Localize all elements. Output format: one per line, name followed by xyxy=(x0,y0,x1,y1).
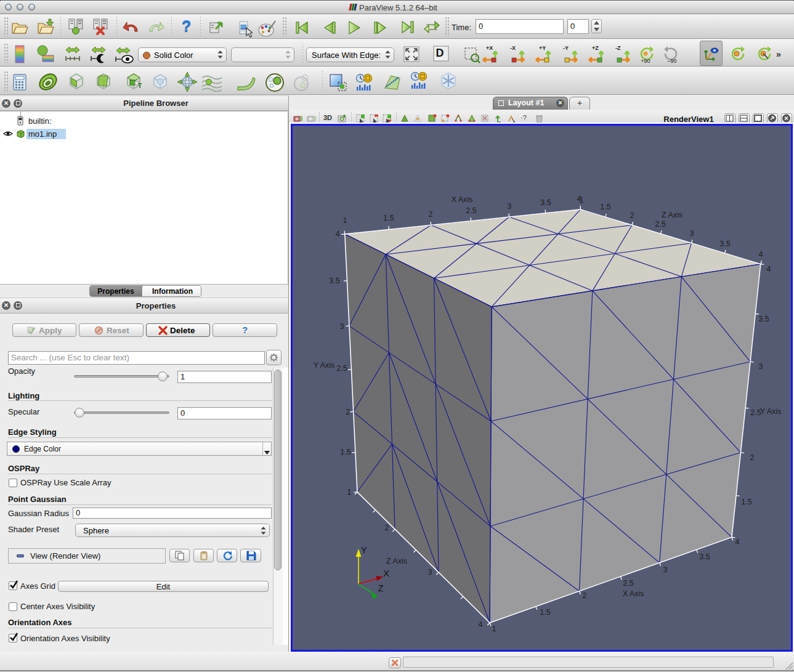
svg-text:1.5: 1.5 xyxy=(741,498,751,506)
svg-text:1.5: 1.5 xyxy=(540,608,550,617)
svg-text:Y Axis: Y Axis xyxy=(760,407,782,416)
svg-text:3: 3 xyxy=(428,568,432,577)
svg-text:2: 2 xyxy=(429,210,433,219)
svg-text:-X: -X xyxy=(510,45,516,51)
svg-text:3: 3 xyxy=(508,202,512,211)
svg-text:X Axis: X Axis xyxy=(623,589,644,598)
svg-text:D: D xyxy=(436,47,444,59)
svg-text:2.5: 2.5 xyxy=(336,364,347,373)
svg-text:3: 3 xyxy=(759,362,763,371)
svg-text:+Z: +Z xyxy=(592,45,599,51)
svg-text:2.5: 2.5 xyxy=(655,220,665,229)
svg-text:4: 4 xyxy=(479,620,483,629)
svg-text:1: 1 xyxy=(580,196,584,204)
svg-text:1: 1 xyxy=(343,216,347,225)
svg-text:-Z: -Z xyxy=(615,45,621,51)
svg-text:T: T xyxy=(138,83,142,89)
svg-text:2.5: 2.5 xyxy=(623,579,633,588)
svg-text:1: 1 xyxy=(492,625,496,633)
svg-text:1.5: 1.5 xyxy=(383,214,394,222)
svg-text:2: 2 xyxy=(346,408,350,416)
svg-text:+X: +X xyxy=(486,45,493,51)
svg-text:3.5: 3.5 xyxy=(699,553,710,561)
svg-text:+90: +90 xyxy=(641,58,650,63)
svg-text:Y: Y xyxy=(361,544,367,555)
svg-text:Z Axis: Z Axis xyxy=(386,557,407,565)
svg-text:4: 4 xyxy=(336,230,340,238)
svg-text:3.5: 3.5 xyxy=(329,277,339,285)
svg-text:Z: Z xyxy=(378,583,383,593)
svg-text:2: 2 xyxy=(750,453,755,462)
svg-text:4: 4 xyxy=(735,538,740,546)
svg-text:–90: –90 xyxy=(667,58,676,63)
svg-text:X Axis: X Axis xyxy=(452,195,473,204)
svg-text:3.5: 3.5 xyxy=(719,240,730,248)
svg-text:4: 4 xyxy=(759,250,763,259)
svg-text:4: 4 xyxy=(767,265,771,273)
svg-text:1.5: 1.5 xyxy=(340,448,350,456)
svg-text:1: 1 xyxy=(347,488,352,496)
svg-text:2: 2 xyxy=(630,211,634,220)
svg-text:3: 3 xyxy=(690,229,694,238)
svg-text:2: 2 xyxy=(385,524,389,532)
svg-text:3: 3 xyxy=(340,322,344,331)
svg-text:3: 3 xyxy=(663,565,668,574)
svg-text:Z Axis: Z Axis xyxy=(662,211,683,219)
svg-text:+Y: +Y xyxy=(539,45,546,51)
svg-text:2: 2 xyxy=(583,591,587,600)
svg-text:3.5: 3.5 xyxy=(540,198,551,207)
svg-text:1.5: 1.5 xyxy=(600,203,610,211)
svg-text:3.5: 3.5 xyxy=(758,315,769,323)
svg-text:X: X xyxy=(383,568,389,578)
svg-text:Y Axis: Y Axis xyxy=(314,361,335,370)
svg-text:2.5: 2.5 xyxy=(466,206,476,215)
svg-text:-Y: -Y xyxy=(563,45,569,51)
